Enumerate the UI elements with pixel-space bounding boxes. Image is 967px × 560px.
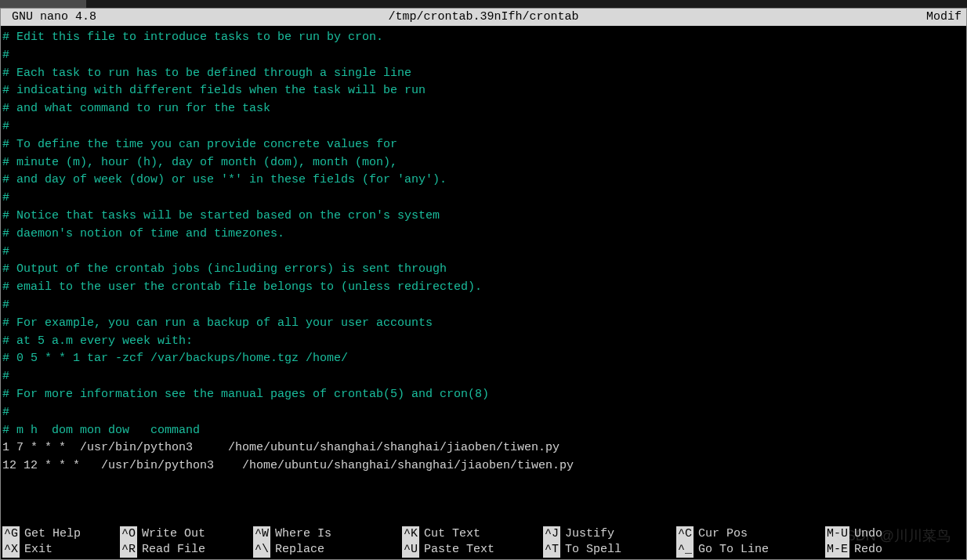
shortcut-label: Redo — [854, 542, 882, 558]
shortcut-label: Justify — [565, 526, 614, 542]
comment-line[interactable]: # Output of the crontab jobs (including … — [2, 261, 965, 279]
shortcut-key: ^U — [402, 542, 419, 558]
comment-line[interactable]: # — [2, 368, 965, 386]
shortcut-replace[interactable]: ^\Replace — [253, 542, 402, 558]
shortcut-exit[interactable]: ^XExit — [2, 542, 120, 558]
shortcut-key: ^K — [402, 526, 419, 542]
shortcut-label: Get Help — [24, 526, 81, 542]
comment-line[interactable]: # — [2, 244, 965, 262]
comment-line[interactable]: # and day of week (dow) or use '*' in th… — [2, 172, 965, 190]
shortcut-bar: ^GGet Help^OWrite Out^WWhere Is^KCut Tex… — [1, 526, 966, 559]
comment-line[interactable]: # indicating with different fields when … — [2, 82, 965, 100]
shortcut-label: Go To Line — [698, 542, 769, 558]
comment-line[interactable]: # email to the user the crontab file bel… — [2, 279, 965, 297]
shortcut-to-spell[interactable]: ^TTo Spell — [543, 542, 676, 558]
comment-line[interactable]: # m h dom mon dow command — [2, 422, 965, 440]
comment-line[interactable]: # daemon's notion of time and timezones. — [2, 226, 965, 244]
shortcut-label: Paste Text — [424, 542, 494, 558]
comment-line[interactable]: # — [2, 404, 965, 422]
active-tab[interactable] — [0, 0, 86, 8]
comment-line[interactable]: # at 5 a.m every week with: — [2, 333, 965, 351]
shortcut-paste-text[interactable]: ^UPaste Text — [402, 542, 543, 558]
cron-entry[interactable]: 1 7 * * * /usr/bin/python3 /home/ubuntu/… — [2, 439, 965, 457]
shortcut-where-is[interactable]: ^WWhere Is — [253, 526, 402, 542]
shortcut-cut-text[interactable]: ^KCut Text — [402, 526, 543, 542]
shortcut-read-file[interactable]: ^RRead File — [120, 542, 253, 558]
shortcut-justify[interactable]: ^JJustify — [543, 526, 676, 542]
shortcut-redo[interactable]: M-ERedo — [825, 542, 927, 558]
shortcut-write-out[interactable]: ^OWrite Out — [120, 526, 253, 542]
comment-line[interactable]: # For example, you can run a backup of a… — [2, 315, 965, 333]
editor-container: GNU nano 4.8 /tmp/crontab.39nIfh/crontab… — [0, 8, 967, 560]
file-path: /tmp/crontab.39nIfh/crontab — [388, 10, 578, 24]
comment-line[interactable]: # — [2, 47, 965, 65]
shortcut-undo[interactable]: M-UUndo — [825, 526, 927, 542]
shortcut-go-to-line[interactable]: ^_Go To Line — [676, 542, 825, 558]
nano-header: GNU nano 4.8 /tmp/crontab.39nIfh/crontab… — [1, 9, 966, 26]
comment-line[interactable]: # — [2, 297, 965, 315]
shortcut-label: To Spell — [565, 542, 621, 558]
comment-line[interactable]: # Edit this file to introduce tasks to b… — [2, 29, 965, 47]
editor-name: GNU nano 4.8 — [12, 10, 96, 24]
shortcut-key: ^R — [120, 542, 137, 558]
shortcut-label: Where Is — [275, 526, 331, 542]
comment-line[interactable]: # To define the time you can provide con… — [2, 136, 965, 154]
comment-line[interactable]: # and what command to run for the task — [2, 100, 965, 118]
shortcut-label: Write Out — [142, 526, 205, 542]
shortcut-key: ^X — [2, 542, 20, 558]
shortcut-label: Replace — [275, 542, 324, 558]
shortcut-key: M-E — [825, 542, 849, 558]
comment-line[interactable]: # Notice that tasks will be started base… — [2, 208, 965, 226]
comment-line[interactable]: # For more information see the manual pa… — [2, 386, 965, 404]
shortcut-key: ^G — [2, 526, 20, 542]
shortcut-get-help[interactable]: ^GGet Help — [2, 526, 120, 542]
cron-entry[interactable]: 12 12 * * * /usr/bin/python3 /home/ubunt… — [2, 457, 965, 475]
shortcut-key: ^O — [120, 526, 137, 542]
comment-line[interactable]: # 0 5 * * 1 tar -zcf /var/backups/home.t… — [2, 350, 965, 368]
editor-content[interactable]: # Edit this file to introduce tasks to b… — [1, 26, 966, 479]
file-status: Modif — [926, 10, 962, 24]
shortcut-key: ^_ — [676, 542, 694, 558]
shortcut-key: ^C — [676, 526, 694, 542]
shortcut-key: ^J — [543, 526, 560, 542]
shortcut-label: Cur Pos — [698, 526, 748, 542]
comment-line[interactable]: # minute (m), hour (h), day of month (do… — [2, 154, 965, 172]
shortcut-label: Exit — [24, 542, 53, 558]
shortcut-key: ^T — [543, 542, 560, 558]
shortcut-key: ^W — [253, 526, 270, 542]
comment-line[interactable]: # Each task to run has to be defined thr… — [2, 65, 965, 83]
shortcut-label: Undo — [854, 526, 882, 542]
shortcut-key: ^\ — [253, 542, 270, 558]
shortcut-key: M-U — [825, 526, 849, 542]
comment-line[interactable]: # — [2, 118, 965, 136]
tab-bar — [0, 0, 967, 8]
comment-line[interactable]: # — [2, 190, 965, 208]
shortcut-label: Read File — [142, 542, 205, 558]
shortcut-cur-pos[interactable]: ^CCur Pos — [676, 526, 825, 542]
shortcut-label: Cut Text — [424, 526, 480, 542]
